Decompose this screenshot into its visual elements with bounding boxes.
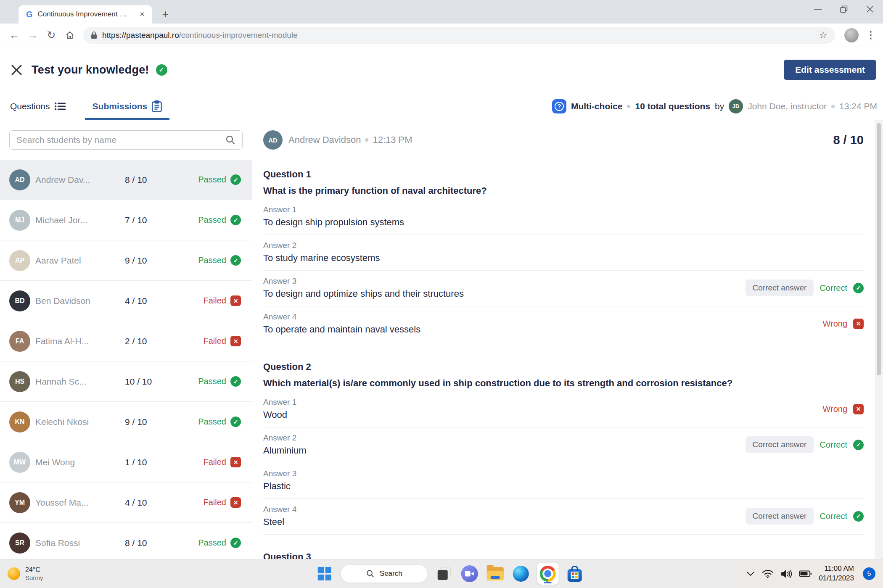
- minimize-button[interactable]: [805, 0, 831, 18]
- answer-meta: Wrong✕: [822, 319, 864, 329]
- page-title: Test your knowledge!: [32, 63, 149, 76]
- student-score: 9 / 10: [125, 417, 180, 427]
- student-list-item[interactable]: SR Sofia Rossi 8 / 10 Passed ✓: [0, 523, 252, 559]
- submission-student-name: Andrew Davidson: [288, 134, 361, 145]
- student-list-item[interactable]: KN Kelechi Nkosi 9 / 10 Passed ✓: [0, 402, 252, 442]
- browser-menu-icon[interactable]: ⋮: [864, 29, 877, 41]
- questions-container: Question 1What is the primary function o…: [263, 169, 864, 559]
- submission-panel: AD Andrew Davidson 12:13 PM 8 / 10 Quest…: [252, 120, 883, 559]
- content: AD Andrew Dav... 8 / 10 Passed ✓ MJ Mich…: [0, 120, 883, 559]
- status-badge: Failed ✕: [180, 497, 241, 508]
- window-controls: [805, 0, 883, 18]
- student-score: 1 / 10: [125, 457, 180, 467]
- start-button[interactable]: [315, 564, 334, 583]
- answer-row: Answer 4SteelCorrect answerCorrect✓: [263, 499, 864, 535]
- answer-content: Answer 1Wood: [263, 398, 822, 420]
- submission-header: AD Andrew Davidson 12:13 PM 8 / 10: [263, 130, 864, 150]
- tab-submissions[interactable]: Submissions: [85, 92, 170, 120]
- file-explorer-button[interactable]: [486, 564, 505, 583]
- answer-content: Answer 1To design ship propulsion system…: [263, 205, 864, 228]
- correct-check-icon: ✓: [853, 511, 864, 522]
- answer-content: Answer 4Steel: [263, 505, 746, 527]
- student-avatar: AP: [9, 250, 30, 271]
- search-input[interactable]: [10, 131, 218, 149]
- new-tab-button[interactable]: +: [158, 7, 172, 21]
- taskbar-search[interactable]: Search: [341, 564, 428, 583]
- status-label: Failed: [204, 336, 226, 346]
- wifi-icon[interactable]: [762, 570, 774, 578]
- student-avatar: BD: [9, 290, 30, 311]
- student-name: Mei Wong: [35, 457, 125, 467]
- scrollbar-track[interactable]: [875, 120, 883, 559]
- browser-tab[interactable]: G Continuous Improvement Module ✕: [19, 5, 152, 24]
- student-list-item[interactable]: MW Mei Wong 1 / 10 Failed ✕: [0, 442, 252, 483]
- edit-assessment-button[interactable]: Edit assessment: [784, 60, 876, 80]
- reload-button[interactable]: ↻: [43, 27, 60, 44]
- browser-tabstrip: G Continuous Improvement Module ✕ +: [0, 0, 883, 24]
- status-label: Failed: [204, 296, 226, 306]
- chevron-down-icon[interactable]: [746, 571, 755, 576]
- answer-row: Answer 2To study marine ecosystems: [263, 235, 864, 271]
- student-name: Andrew Dav...: [35, 175, 125, 185]
- student-name: Ben Davidson: [35, 296, 125, 306]
- scrollbar-thumb[interactable]: [877, 123, 881, 375]
- edge-button[interactable]: [511, 564, 531, 583]
- tab-questions[interactable]: Questions: [3, 92, 73, 120]
- weather-widget[interactable]: 24°C Sunny: [8, 566, 43, 582]
- screen: G Continuous Improvement Module ✕ + ← → …: [0, 0, 883, 588]
- wrong-cross-icon: ✕: [853, 319, 864, 329]
- answer-meta: Correct answerCorrect✓: [746, 436, 864, 453]
- bookmark-star-icon[interactable]: ☆: [819, 29, 827, 41]
- student-list-item[interactable]: HS Hannah Sc... 10 / 10 Passed ✓: [0, 361, 252, 402]
- student-list-item[interactable]: YM Youssef Ma... 4 / 10 Failed ✕: [0, 483, 252, 523]
- submissions-sidebar: AD Andrew Dav... 8 / 10 Passed ✓ MJ Mich…: [0, 120, 252, 559]
- student-avatar: YM: [9, 492, 30, 513]
- status-label: Passed: [198, 538, 226, 548]
- address-bar[interactable]: https://pasteanpaul.ro/continuous-improv…: [83, 27, 835, 44]
- answer-text: Wood: [263, 409, 822, 420]
- page-header: Test your knowledge! ✓ Edit assessment: [0, 47, 883, 92]
- forward-button[interactable]: →: [24, 27, 41, 44]
- task-view-button[interactable]: [434, 564, 454, 583]
- ms-store-button[interactable]: [565, 564, 584, 583]
- home-button[interactable]: [61, 27, 78, 44]
- clock[interactable]: 11:00 AM 01/11/2023: [819, 564, 854, 583]
- search-button[interactable]: [218, 131, 242, 149]
- answer-content: Answer 3To design and optimize ships and…: [263, 277, 746, 299]
- question-type-icon: ?: [552, 99, 566, 113]
- close-assessment-icon[interactable]: [11, 64, 22, 76]
- status-passed-icon: ✓: [230, 215, 241, 225]
- question-block: Question 1What is the primary function o…: [263, 169, 864, 342]
- question-block: Question 2Which material(s) is/are commo…: [263, 361, 864, 535]
- question-label: Question 2: [263, 361, 864, 372]
- chrome-button[interactable]: [537, 563, 559, 585]
- search-icon: [225, 135, 235, 145]
- answer-label: Answer 4: [263, 312, 822, 322]
- teams-chat-button[interactable]: [460, 564, 479, 583]
- back-button[interactable]: ←: [6, 27, 23, 44]
- notification-badge[interactable]: 5: [863, 567, 875, 580]
- student-list-item[interactable]: BD Ben Davidson 4 / 10 Failed ✕: [0, 281, 252, 321]
- answer-label: Answer 4: [263, 505, 746, 514]
- clock-date: 01/11/2023: [819, 574, 854, 583]
- battery-icon[interactable]: [799, 570, 812, 577]
- status-failed-icon: ✕: [230, 497, 241, 508]
- weather-desc: Sunny: [25, 574, 43, 582]
- close-window-button[interactable]: [857, 0, 883, 18]
- answer-text: Aluminium: [263, 445, 746, 456]
- answer-label: Answer 3: [263, 277, 746, 286]
- browser-profile-avatar[interactable]: [844, 28, 859, 42]
- volume-icon[interactable]: [781, 570, 792, 578]
- student-avatar: MJ: [9, 210, 30, 231]
- student-list-item[interactable]: AD Andrew Dav... 8 / 10 Passed ✓: [0, 160, 252, 200]
- tab-questions-label: Questions: [10, 101, 50, 111]
- student-list-item[interactable]: MJ Michael Jor... 7 / 10 Passed ✓: [0, 200, 252, 240]
- answer-label: Answer 3: [263, 469, 864, 478]
- answers-list: Answer 1WoodWrong✕Answer 2AluminiumCorre…: [263, 392, 864, 535]
- lock-icon: [91, 31, 97, 39]
- student-score: 4 / 10: [125, 498, 180, 508]
- student-list-item[interactable]: AP Aarav Patel 9 / 10 Passed ✓: [0, 240, 252, 281]
- student-list-item[interactable]: FA Fatima Al-H... 2 / 10 Failed ✕: [0, 321, 252, 361]
- restore-button[interactable]: [831, 0, 857, 18]
- tab-close-icon[interactable]: ✕: [137, 9, 147, 19]
